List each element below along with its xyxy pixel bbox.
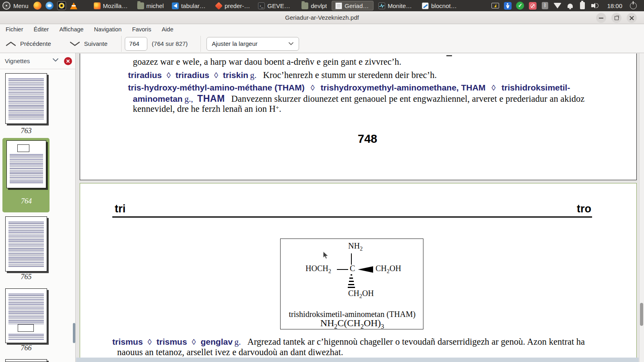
- thumbnail-page-763[interactable]: [5, 73, 47, 124]
- definition-text: Danvezenn skurzer diounezet ent genaouel…: [231, 94, 585, 104]
- entry-triradius: triradius◊triradius◊triskin g.Kroc’henre…: [128, 70, 437, 80]
- lozenge-separator: ◊: [148, 337, 152, 346]
- sidebar-scrollbar-thumb[interactable]: [73, 323, 75, 343]
- lozenge-separator: ◊: [214, 71, 218, 80]
- applications-menu-button[interactable]: Menu: [0, 0, 33, 11]
- toolbar-separator: [121, 36, 122, 52]
- thumbnail-label-764: 764: [6, 197, 46, 206]
- entry-tham-line2: aminometan g., THAMDanvezenn skurzer dio…: [133, 93, 584, 104]
- printed-page-number: 748: [347, 132, 388, 146]
- taskbar-window-blocnotes[interactable]: blocnot…: [419, 1, 460, 10]
- next-page-button[interactable]: Suivante: [64, 36, 113, 52]
- pdf-page-764-current: tri tro NH2 HOCH2 C CH2OH CH2OH trishidr…: [80, 183, 637, 362]
- taskbar-window-tabular[interactable]: tabular_…: [169, 1, 211, 10]
- window-label: preder-…: [225, 2, 250, 9]
- bluetooth-tray-icon[interactable]: ᛒ: [541, 1, 549, 10]
- gender-abbrev: g.: [234, 337, 241, 347]
- taskbar-window-preder[interactable]: preder-…: [212, 1, 253, 10]
- window-label: michel: [147, 2, 164, 9]
- thunderbird-launcher[interactable]: [45, 1, 54, 10]
- menu-navigation[interactable]: Navigation: [89, 24, 127, 35]
- headword-abbrev: THAM: [197, 93, 225, 104]
- taskbar: Menu Mozilla … michel tabular_… pre: [0, 0, 644, 11]
- menu-editer[interactable]: Éditer: [29, 24, 54, 35]
- thumbnail-page-764-selected[interactable]: [6, 140, 46, 188]
- headword: triradius: [128, 70, 162, 80]
- display-settings-tray-icon[interactable]: [491, 1, 500, 10]
- vlc-launcher[interactable]: [69, 1, 78, 10]
- bond-hash-mark: [348, 287, 355, 288]
- do-not-disturb-tray-icon[interactable]: [528, 1, 537, 10]
- bond-solid-wedge: [358, 266, 373, 273]
- vlc-icon: [70, 2, 77, 9]
- taskbar-window-mozilla[interactable]: Mozilla …: [91, 1, 132, 10]
- formula-hoch2: HOCH2: [305, 264, 331, 275]
- thumbnail-page-767-partial[interactable]: [5, 359, 47, 362]
- toolbar: Précédente Suivante (764 sur 827) Ajuste…: [0, 35, 644, 53]
- thunderbird-icon: [45, 2, 54, 10]
- figure-formula: NH2C(CH2OH)3: [281, 318, 424, 330]
- menu-fichier[interactable]: Fichier: [0, 24, 29, 35]
- battery-tray-icon[interactable]: [578, 1, 587, 10]
- menu-label: Menu: [13, 2, 29, 9]
- diamond-app-icon: [215, 2, 223, 9]
- menu-favoris[interactable]: Favoris: [127, 24, 157, 35]
- taskbar-window-devlpt[interactable]: devlpt: [298, 1, 330, 10]
- window-controls: [596, 13, 637, 23]
- viewer-scrollbar-thumb[interactable]: [640, 303, 643, 326]
- window-label: Geriadu…: [345, 2, 370, 9]
- menu-aide[interactable]: Aide: [157, 24, 179, 35]
- window-title: Geriadur-ar-Vezekniezh.pdf: [285, 14, 359, 21]
- menubar: Fichier Éditer Affichage Navigation Favo…: [0, 24, 644, 35]
- titlebar: Geriadur-ar-Vezekniezh.pdf: [0, 11, 644, 24]
- accessibility-tray-icon[interactable]: [503, 1, 512, 10]
- folder-icon: [301, 2, 308, 9]
- headword: triskin: [223, 70, 248, 80]
- distro-logo-icon: [2, 2, 10, 10]
- entry-trismus-line1: trismus◊trismus◊genglav g.Argrezad tante…: [112, 337, 585, 347]
- firefox-icon: [94, 2, 101, 9]
- close-button[interactable]: [627, 13, 637, 23]
- minimize-button[interactable]: [596, 13, 606, 23]
- lozenge-separator: ◊: [311, 83, 315, 92]
- chevron-down-icon: [288, 42, 294, 45]
- firefox-launcher[interactable]: [33, 1, 42, 10]
- page-number-input[interactable]: [125, 37, 147, 51]
- wifi-tray-icon[interactable]: [553, 1, 562, 10]
- updates-ok-tray-icon[interactable]: ✓: [516, 1, 524, 10]
- sidebar-close-button[interactable]: [64, 57, 72, 65]
- notifications-bell-icon[interactable]: [566, 1, 574, 10]
- bond-vertical: [351, 253, 352, 265]
- bond-hash-mark: [351, 274, 352, 276]
- thumbnail-page-766[interactable]: [5, 288, 47, 343]
- media-player-launcher[interactable]: [57, 1, 66, 10]
- thumbnail-figure-box: [17, 144, 29, 152]
- running-head-left: tri: [115, 203, 126, 215]
- zoom-mode-value: Ajuster la largeur: [212, 40, 257, 47]
- menu-affichage[interactable]: Affichage: [54, 24, 89, 35]
- bond-horizontal: [337, 269, 348, 270]
- chevron-down-icon: [70, 41, 80, 46]
- clock[interactable]: 18:00: [603, 2, 626, 9]
- taskbar-window-gevez[interactable]: ›_ GEVEZ.x…: [255, 1, 297, 10]
- previous-page-button[interactable]: Précédente: [0, 36, 57, 52]
- zoom-mode-select[interactable]: Ajuster la largeur: [206, 37, 299, 51]
- taskbar-window-moniteur[interactable]: Moniteu…: [375, 1, 417, 10]
- volume-tray-icon[interactable]: [590, 1, 599, 10]
- entry-trismus-line2: naouus an tetanoz, arsellet ivez e darvo…: [117, 347, 343, 358]
- chevron-down-icon[interactable]: [52, 58, 59, 62]
- taskbar-window-michel[interactable]: michel: [134, 1, 167, 10]
- formula-c: C: [350, 264, 355, 273]
- system-monitor-icon: [378, 2, 385, 9]
- folder-icon: [137, 2, 144, 9]
- definition-text: Argrezad tantek ar c’higennoù chageller …: [247, 337, 585, 347]
- maximize-button[interactable]: [611, 13, 621, 23]
- thumbnail-page-765[interactable]: [5, 216, 47, 272]
- window-list: Mozilla … michel tabular_… preder-… ›_ G…: [91, 1, 460, 10]
- formula-ch2oh-bottom: CH2OH: [348, 289, 374, 300]
- document-viewer: goazez war e wele, a harp war daou boent…: [76, 53, 644, 362]
- notepad-icon: [422, 2, 429, 9]
- taskbar-window-geriadur-active[interactable]: Geriadu…: [332, 1, 374, 10]
- power-icon[interactable]: [630, 2, 637, 9]
- lozenge-separator: ◊: [192, 337, 196, 346]
